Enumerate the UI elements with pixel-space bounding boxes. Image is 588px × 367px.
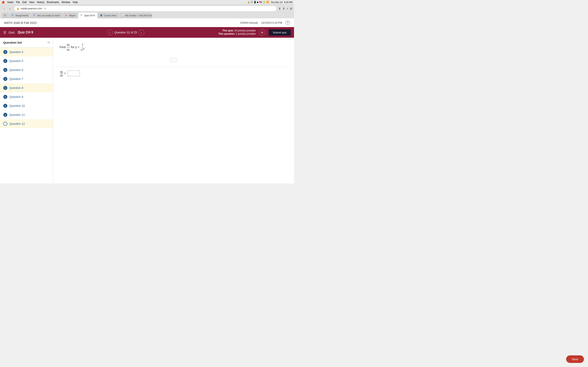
back-button[interactable]: ‹ xyxy=(2,6,7,11)
bookmarks-menu[interactable]: Bookmarks xyxy=(47,1,59,4)
tab-ready[interactable]: P Are you ready to start? xyxy=(31,13,62,18)
q4-icon: ● xyxy=(3,50,7,54)
view-menu[interactable]: View xyxy=(29,1,34,4)
file-menu[interactable]: File xyxy=(16,1,20,4)
help-menu[interactable]: Help xyxy=(73,1,78,4)
ch-favicon: 📘 xyxy=(100,14,103,17)
hamburger-icon[interactable]: ☰ xyxy=(3,31,6,34)
quiz-label: Quiz: xyxy=(9,31,15,34)
q4-label: Question 4 xyxy=(9,50,23,54)
sidebar-item-q5[interactable]: ● Question 5 xyxy=(0,57,53,66)
sidebar-item-q12[interactable]: Question 12 xyxy=(0,119,53,128)
history-menu[interactable]: History xyxy=(37,1,44,4)
new-tab-icon[interactable]: + xyxy=(287,7,288,10)
address-bar[interactable]: 🔒 mylab.pearson.com ↻ xyxy=(14,6,277,11)
sidebar-item-q8[interactable]: ● Question 8 xyxy=(0,83,53,92)
sidebar-title: Question list xyxy=(3,41,22,44)
q10-label: Question 10 xyxy=(9,104,25,108)
quiz-name: Quiz CH 9 xyxy=(18,31,33,34)
forward-button[interactable]: › xyxy=(7,6,12,11)
header-datetime: 12/14/23 4:15 PM xyxy=(261,21,282,24)
quiz-points: This quiz: 25 point(s) possible This que… xyxy=(218,29,256,36)
main-content: Question list ⊣ ● Question 4 ● Question … xyxy=(0,38,294,184)
mac-menu-bar: 🍎 Safari File Edit View History Bookmark… xyxy=(0,0,294,4)
tab-player[interactable]: ● Player xyxy=(63,13,78,18)
tab-coursehero[interactable]: 📘 Course Hero xyxy=(98,13,119,18)
sidebar-item-q7[interactable]: ● Question 7 xyxy=(0,75,53,83)
answer-input[interactable] xyxy=(68,71,80,76)
q6-icon: ● xyxy=(3,68,7,72)
q12-label: Question 12 xyxy=(9,122,25,125)
grades-favicon: 📊 xyxy=(122,14,124,17)
dy-dx-fraction: dy dx xyxy=(66,45,71,49)
lock-icon: 🔒 xyxy=(17,7,19,10)
site-title: MATH 2040 B Fall 2023 xyxy=(4,21,36,25)
grid-icon[interactable]: ⊞ xyxy=(290,7,292,10)
next-question-button[interactable]: › xyxy=(139,30,144,35)
url-text: mylab.pearson.com xyxy=(21,7,42,10)
q5-label: Question 5 xyxy=(9,59,23,63)
tab-grades[interactable]: 📊 My Grades – Fall 2023 Finite... xyxy=(120,13,152,18)
question-list-sidebar: Question list ⊣ ● Question 4 ● Question … xyxy=(0,38,53,184)
time: 4:15 PM xyxy=(284,1,292,3)
question-nav: ‹ Question 12 of 25 › xyxy=(107,30,145,35)
sidebar-header: Question list ⊣ xyxy=(0,38,53,48)
this-quiz-points: 25 point(s) possible xyxy=(234,29,256,32)
quiz-header: ☰ Quiz: Quiz CH 9 ‹ Question 12 of 25 › … xyxy=(0,27,294,38)
question-prompt: Find dy dx for y = 1 x13 . xyxy=(60,43,287,52)
edit-menu[interactable]: Edit xyxy=(22,1,27,4)
settings-button[interactable]: ⚙ xyxy=(259,29,265,36)
player-tab-label: Player xyxy=(69,14,75,17)
apple-icon: 🍎 xyxy=(2,1,5,4)
help-button[interactable]: ? xyxy=(285,20,290,25)
submit-quiz-button[interactable]: Submit quiz xyxy=(269,29,291,36)
tab-quiz[interactable]: P Quiz CH 9 xyxy=(78,13,97,18)
tabs-bar: G P Assignments P Are you ready to start… xyxy=(2,13,292,18)
more-options-button[interactable]: · · · xyxy=(170,58,178,62)
sidebar-item-q9[interactable]: ● Question 9 xyxy=(0,92,53,101)
q12-icon xyxy=(3,122,7,126)
assignments-tab-label: Assignments xyxy=(16,14,28,17)
ready-tab-label: Are you ready to start? xyxy=(37,14,60,17)
collapse-sidebar-button[interactable]: ⊣ xyxy=(47,41,50,44)
tab-g[interactable]: G xyxy=(2,13,9,18)
status-icons: 🔒 ⓘ 📱 ▶ 🇺🇸 🔋 📶 xyxy=(247,1,269,4)
grades-tab-label: My Grades – Fall 2023 Finite... xyxy=(126,14,152,17)
y-value-fraction: 1 x13 xyxy=(81,43,85,52)
question-counter: Question 12 of 25 xyxy=(114,31,137,34)
answer-dy-dx: dy dx xyxy=(60,70,63,77)
q7-icon: ● xyxy=(3,77,7,81)
sidebar-item-q4[interactable]: ● Question 4 xyxy=(0,48,53,57)
q5-icon: ● xyxy=(3,59,7,63)
sidebar-item-q6[interactable]: ● Question 6 xyxy=(0,66,53,75)
q9-label: Question 9 xyxy=(9,95,23,99)
q11-label: Question 11 xyxy=(9,113,25,117)
answer-row: dy dx = xyxy=(60,70,287,77)
g-favicon: G xyxy=(4,14,7,17)
p-favicon-3: P xyxy=(81,14,83,17)
window-menu[interactable]: Window xyxy=(62,1,70,4)
user-name: DONIA Alzoubi xyxy=(240,21,258,24)
prev-question-button[interactable]: ‹ xyxy=(107,30,113,35)
safari-menu[interactable]: Safari xyxy=(7,1,13,4)
site-header: MATH 2040 B Fall 2023 DONIA Alzoubi 12/1… xyxy=(0,18,294,27)
download-icon[interactable]: ⬇ xyxy=(278,7,281,10)
tab-assignments[interactable]: P Assignments xyxy=(9,13,31,18)
quiz-tab-label: Quiz CH 9 xyxy=(84,14,95,17)
share-icon[interactable]: ⬆ xyxy=(283,7,285,10)
p-favicon-2: P xyxy=(34,14,36,17)
q9-icon: ● xyxy=(3,95,7,99)
reload-icon[interactable]: ↻ xyxy=(44,7,46,10)
this-question-label: This question: xyxy=(218,33,235,35)
this-question-points: 1 point(s) possible xyxy=(236,33,256,35)
datetime: Thu Dec 14 xyxy=(271,1,282,3)
q8-label: Question 8 xyxy=(9,86,23,90)
player-favicon: ● xyxy=(65,14,68,17)
question-area: Find dy dx for y = 1 x13 . · · · xyxy=(53,38,294,184)
this-quiz-label: This quiz: xyxy=(222,29,234,32)
q8-icon: ● xyxy=(3,86,7,90)
sidebar-item-q10[interactable]: ● Question 10 xyxy=(0,101,53,110)
q11-icon: ● xyxy=(3,113,7,117)
coursehero-tab-label: Course Hero xyxy=(104,14,116,17)
sidebar-item-q11[interactable]: ● Question 11 xyxy=(0,110,53,119)
